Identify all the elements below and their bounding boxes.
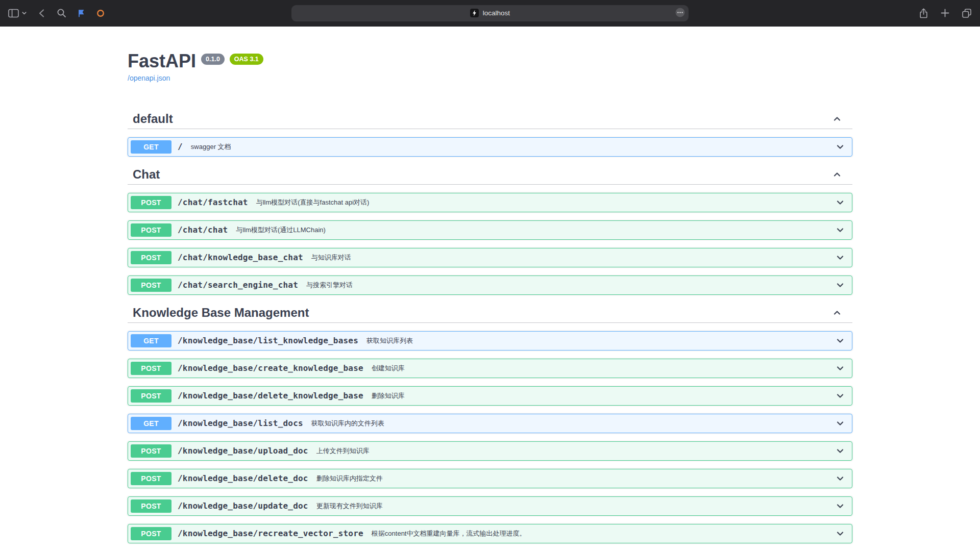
chevron-down-icon[interactable] [835, 197, 849, 208]
operation-description: swagger 文档 [188, 142, 835, 152]
url-text: localhost [483, 9, 510, 17]
method-badge: POST [131, 389, 172, 403]
operation-description: 更新现有文件到知识库 [313, 502, 835, 511]
api-info: FastAPI 0.1.0 OAS 3.1 /openapi.json [128, 51, 852, 83]
method-badge: GET [131, 417, 172, 430]
operation-row[interactable]: POST /chat/search_engine_chat 与搜索引擎对话 [128, 276, 852, 295]
operation-description: 删除知识库内指定文件 [313, 474, 835, 483]
section-title: Chat [133, 167, 160, 182]
search-icon[interactable] [57, 8, 66, 18]
oas-badge: OAS 3.1 [230, 54, 263, 65]
share-icon[interactable] [919, 8, 928, 19]
operation-description: 删除知识库 [369, 391, 835, 400]
operation-description: 与llm模型对话(通过LLMChain) [233, 226, 835, 235]
sidebar-toggle-icon[interactable] [8, 9, 19, 18]
operation-row[interactable]: POST /knowledge_base/upload_doc 上传文件到知识库 [128, 441, 852, 461]
chevron-up-icon[interactable] [832, 114, 842, 124]
new-tab-icon[interactable] [941, 9, 949, 17]
operation-path: /chat/chat [172, 225, 233, 235]
operation-row[interactable]: POST /knowledge_base/delete_doc 删除知识库内指定… [128, 469, 852, 488]
section-header[interactable]: default [128, 109, 852, 129]
chevron-down-icon[interactable] [835, 363, 849, 373]
extension-icon-orange[interactable] [96, 9, 105, 18]
chevron-down-icon[interactable] [835, 225, 849, 235]
operation-row[interactable]: POST /knowledge_base/create_knowledge_ba… [128, 359, 852, 378]
operation-path: /chat/fastchat [172, 197, 253, 207]
chevron-up-icon[interactable] [832, 169, 842, 180]
page-title: FastAPI [128, 51, 196, 71]
section-default: default GET / swagger 文档 [128, 109, 852, 157]
chevron-down-icon[interactable] [835, 336, 849, 346]
chevron-down-icon[interactable] [835, 529, 849, 539]
operation-path: /knowledge_base/delete_knowledge_base [172, 391, 369, 400]
chevron-down-icon[interactable] [835, 418, 849, 429]
method-badge: GET [131, 334, 172, 347]
operation-description: 与知识库对话 [308, 253, 835, 262]
extension-icon-blue[interactable] [77, 9, 86, 18]
version-badge: 0.1.0 [201, 54, 225, 65]
chevron-down-icon[interactable] [835, 280, 849, 290]
operation-row[interactable]: POST /knowledge_base/update_doc 更新现有文件到知… [128, 496, 852, 516]
method-badge: POST [131, 223, 172, 237]
extensions-menu-icon[interactable] [675, 8, 685, 19]
method-badge: POST [131, 527, 172, 540]
section-header[interactable]: Knowledge Base Management [128, 303, 852, 323]
openapi-spec-link[interactable]: /openapi.json [128, 74, 170, 82]
method-badge: POST [131, 472, 172, 485]
operation-row[interactable]: POST /chat/fastchat 与llm模型对话(直接与fastchat… [128, 193, 852, 212]
operation-row[interactable]: POST /chat/knowledge_base_chat 与知识库对话 [128, 248, 852, 267]
chevron-down-icon[interactable] [835, 501, 849, 511]
chevron-down-icon[interactable] [835, 142, 849, 152]
operation-path: /knowledge_base/recreate_vector_store [172, 529, 369, 538]
page-content: FastAPI 0.1.0 OAS 3.1 /openapi.json defa… [0, 27, 980, 551]
method-badge: POST [131, 444, 172, 458]
sidebar-chevron-down-icon[interactable] [21, 10, 27, 16]
method-badge: POST [131, 279, 172, 292]
operation-description: 获取知识库内的文件列表 [308, 419, 835, 428]
operation-row[interactable]: GET /knowledge_base/list_docs 获取知识库内的文件列… [128, 414, 852, 433]
chevron-up-icon[interactable] [832, 308, 842, 318]
method-badge: POST [131, 499, 172, 513]
method-badge: POST [131, 196, 172, 209]
operation-description: 与搜索引擎对话 [303, 281, 835, 290]
operation-description: 上传文件到知识库 [313, 446, 835, 456]
method-badge: POST [131, 251, 172, 264]
operation-path: /chat/search_engine_chat [172, 280, 303, 290]
operation-row[interactable]: POST /knowledge_base/recreate_vector_sto… [128, 524, 852, 543]
operation-description: 获取知识库列表 [363, 336, 835, 345]
operation-row[interactable]: GET / swagger 文档 [128, 137, 852, 157]
site-favicon [470, 9, 479, 17]
method-badge: POST [131, 362, 172, 375]
operation-path: /knowledge_base/list_knowledge_bases [172, 336, 363, 345]
section-chat: Chat POST /chat/fastchat 与llm模型对话(直接与fas… [128, 165, 852, 295]
chevron-down-icon[interactable] [835, 253, 849, 263]
operation-path: / [172, 142, 188, 152]
operation-path: /knowledge_base/update_doc [172, 501, 313, 511]
operation-path: /chat/knowledge_base_chat [172, 253, 308, 262]
operation-description: 创建知识库 [369, 364, 835, 373]
operation-path: /knowledge_base/create_knowledge_base [172, 363, 369, 373]
chevron-down-icon[interactable] [835, 391, 849, 401]
operation-row[interactable]: GET /knowledge_base/list_knowledge_bases… [128, 331, 852, 350]
operation-row[interactable]: POST /knowledge_base/delete_knowledge_ba… [128, 386, 852, 406]
operation-description: 根据content中文档重建向量库，流式输出处理进度。 [369, 529, 835, 538]
operation-row[interactable]: POST /chat/chat 与llm模型对话(通过LLMChain) [128, 220, 852, 240]
section-title: Knowledge Base Management [133, 306, 309, 320]
section-header[interactable]: Chat [128, 165, 852, 185]
operation-path: /knowledge_base/list_docs [172, 418, 308, 428]
section-knowledge-base: Knowledge Base Management GET /knowledge… [128, 303, 852, 543]
chevron-down-icon[interactable] [835, 446, 849, 456]
tab-overview-icon[interactable] [962, 8, 972, 18]
method-badge: GET [131, 140, 172, 154]
chevron-down-icon[interactable] [835, 473, 849, 484]
operation-description: 与llm模型对话(直接与fastchat api对话) [253, 198, 835, 207]
section-title: default [133, 112, 173, 126]
back-icon[interactable] [37, 8, 46, 18]
operation-path: /knowledge_base/upload_doc [172, 446, 313, 456]
browser-toolbar: localhost [0, 0, 980, 27]
operation-path: /knowledge_base/delete_doc [172, 473, 313, 483]
address-bar[interactable]: localhost [291, 5, 689, 21]
